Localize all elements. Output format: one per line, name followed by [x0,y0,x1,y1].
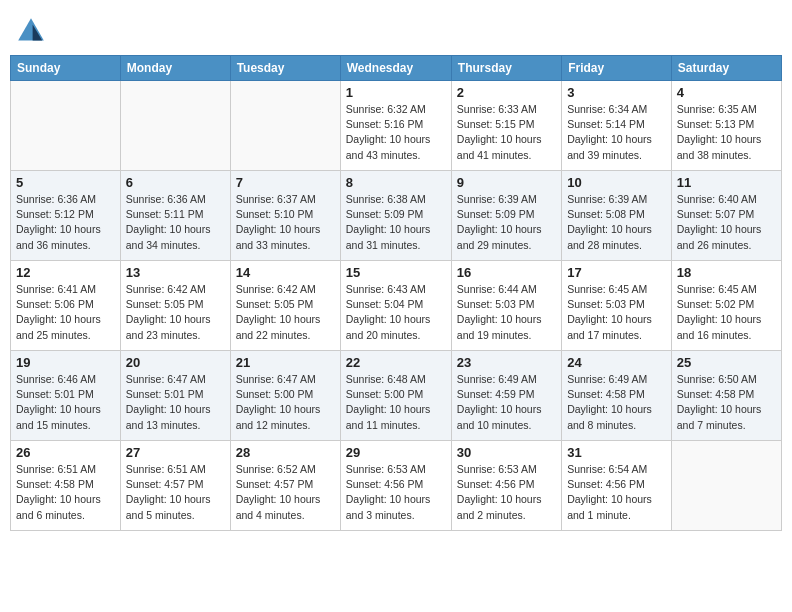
day-info: Sunrise: 6:51 AMSunset: 4:58 PMDaylight:… [16,462,115,523]
day-number: 19 [16,355,115,370]
calendar-cell: 28Sunrise: 6:52 AMSunset: 4:57 PMDayligh… [230,441,340,531]
calendar-cell: 25Sunrise: 6:50 AMSunset: 4:58 PMDayligh… [671,351,781,441]
day-info: Sunrise: 6:40 AMSunset: 5:07 PMDaylight:… [677,192,776,253]
day-info: Sunrise: 6:48 AMSunset: 5:00 PMDaylight:… [346,372,446,433]
calendar-cell: 21Sunrise: 6:47 AMSunset: 5:00 PMDayligh… [230,351,340,441]
calendar-cell: 10Sunrise: 6:39 AMSunset: 5:08 PMDayligh… [562,171,672,261]
calendar-cell: 27Sunrise: 6:51 AMSunset: 4:57 PMDayligh… [120,441,230,531]
day-header-sunday: Sunday [11,56,121,81]
calendar-cell: 2Sunrise: 6:33 AMSunset: 5:15 PMDaylight… [451,81,561,171]
day-info: Sunrise: 6:45 AMSunset: 5:03 PMDaylight:… [567,282,666,343]
calendar-cell: 15Sunrise: 6:43 AMSunset: 5:04 PMDayligh… [340,261,451,351]
day-number: 30 [457,445,556,460]
logo-icon [15,15,47,47]
day-info: Sunrise: 6:32 AMSunset: 5:16 PMDaylight:… [346,102,446,163]
day-number: 6 [126,175,225,190]
day-header-monday: Monday [120,56,230,81]
day-info: Sunrise: 6:53 AMSunset: 4:56 PMDaylight:… [346,462,446,523]
day-number: 22 [346,355,446,370]
calendar-week-2: 5Sunrise: 6:36 AMSunset: 5:12 PMDaylight… [11,171,782,261]
calendar-cell: 22Sunrise: 6:48 AMSunset: 5:00 PMDayligh… [340,351,451,441]
day-info: Sunrise: 6:42 AMSunset: 5:05 PMDaylight:… [236,282,335,343]
calendar-cell: 3Sunrise: 6:34 AMSunset: 5:14 PMDaylight… [562,81,672,171]
day-info: Sunrise: 6:39 AMSunset: 5:08 PMDaylight:… [567,192,666,253]
day-info: Sunrise: 6:50 AMSunset: 4:58 PMDaylight:… [677,372,776,433]
calendar-cell: 4Sunrise: 6:35 AMSunset: 5:13 PMDaylight… [671,81,781,171]
day-number: 3 [567,85,666,100]
calendar-week-3: 12Sunrise: 6:41 AMSunset: 5:06 PMDayligh… [11,261,782,351]
calendar-cell [671,441,781,531]
day-info: Sunrise: 6:42 AMSunset: 5:05 PMDaylight:… [126,282,225,343]
day-number: 12 [16,265,115,280]
day-number: 25 [677,355,776,370]
calendar-header-row: SundayMondayTuesdayWednesdayThursdayFrid… [11,56,782,81]
calendar-cell: 11Sunrise: 6:40 AMSunset: 5:07 PMDayligh… [671,171,781,261]
day-number: 14 [236,265,335,280]
calendar-cell: 26Sunrise: 6:51 AMSunset: 4:58 PMDayligh… [11,441,121,531]
day-number: 16 [457,265,556,280]
day-info: Sunrise: 6:41 AMSunset: 5:06 PMDaylight:… [16,282,115,343]
day-info: Sunrise: 6:36 AMSunset: 5:11 PMDaylight:… [126,192,225,253]
day-number: 23 [457,355,556,370]
day-info: Sunrise: 6:46 AMSunset: 5:01 PMDaylight:… [16,372,115,433]
day-info: Sunrise: 6:33 AMSunset: 5:15 PMDaylight:… [457,102,556,163]
day-header-friday: Friday [562,56,672,81]
calendar-cell: 8Sunrise: 6:38 AMSunset: 5:09 PMDaylight… [340,171,451,261]
day-number: 26 [16,445,115,460]
calendar-table: SundayMondayTuesdayWednesdayThursdayFrid… [10,55,782,531]
day-number: 21 [236,355,335,370]
day-info: Sunrise: 6:37 AMSunset: 5:10 PMDaylight:… [236,192,335,253]
day-number: 8 [346,175,446,190]
day-info: Sunrise: 6:54 AMSunset: 4:56 PMDaylight:… [567,462,666,523]
calendar-cell: 17Sunrise: 6:45 AMSunset: 5:03 PMDayligh… [562,261,672,351]
day-info: Sunrise: 6:47 AMSunset: 5:01 PMDaylight:… [126,372,225,433]
calendar-cell: 16Sunrise: 6:44 AMSunset: 5:03 PMDayligh… [451,261,561,351]
calendar-cell: 23Sunrise: 6:49 AMSunset: 4:59 PMDayligh… [451,351,561,441]
day-info: Sunrise: 6:38 AMSunset: 5:09 PMDaylight:… [346,192,446,253]
calendar-cell: 14Sunrise: 6:42 AMSunset: 5:05 PMDayligh… [230,261,340,351]
calendar-cell: 6Sunrise: 6:36 AMSunset: 5:11 PMDaylight… [120,171,230,261]
day-header-saturday: Saturday [671,56,781,81]
calendar-cell: 20Sunrise: 6:47 AMSunset: 5:01 PMDayligh… [120,351,230,441]
day-info: Sunrise: 6:44 AMSunset: 5:03 PMDaylight:… [457,282,556,343]
day-info: Sunrise: 6:45 AMSunset: 5:02 PMDaylight:… [677,282,776,343]
calendar-week-1: 1Sunrise: 6:32 AMSunset: 5:16 PMDaylight… [11,81,782,171]
calendar-week-5: 26Sunrise: 6:51 AMSunset: 4:58 PMDayligh… [11,441,782,531]
calendar-week-4: 19Sunrise: 6:46 AMSunset: 5:01 PMDayligh… [11,351,782,441]
page-header [10,10,782,47]
calendar-cell: 18Sunrise: 6:45 AMSunset: 5:02 PMDayligh… [671,261,781,351]
calendar-cell: 1Sunrise: 6:32 AMSunset: 5:16 PMDaylight… [340,81,451,171]
calendar-cell: 30Sunrise: 6:53 AMSunset: 4:56 PMDayligh… [451,441,561,531]
day-number: 29 [346,445,446,460]
calendar-cell: 5Sunrise: 6:36 AMSunset: 5:12 PMDaylight… [11,171,121,261]
day-info: Sunrise: 6:52 AMSunset: 4:57 PMDaylight:… [236,462,335,523]
logo [15,15,51,47]
day-number: 28 [236,445,335,460]
day-info: Sunrise: 6:35 AMSunset: 5:13 PMDaylight:… [677,102,776,163]
day-number: 9 [457,175,556,190]
calendar-cell [230,81,340,171]
day-number: 4 [677,85,776,100]
day-number: 27 [126,445,225,460]
day-info: Sunrise: 6:49 AMSunset: 4:59 PMDaylight:… [457,372,556,433]
day-number: 11 [677,175,776,190]
calendar-cell [11,81,121,171]
day-number: 20 [126,355,225,370]
day-number: 5 [16,175,115,190]
calendar-cell: 31Sunrise: 6:54 AMSunset: 4:56 PMDayligh… [562,441,672,531]
calendar-cell: 9Sunrise: 6:39 AMSunset: 5:09 PMDaylight… [451,171,561,261]
day-number: 13 [126,265,225,280]
day-number: 10 [567,175,666,190]
calendar-cell [120,81,230,171]
day-info: Sunrise: 6:47 AMSunset: 5:00 PMDaylight:… [236,372,335,433]
day-info: Sunrise: 6:34 AMSunset: 5:14 PMDaylight:… [567,102,666,163]
day-number: 18 [677,265,776,280]
calendar-cell: 13Sunrise: 6:42 AMSunset: 5:05 PMDayligh… [120,261,230,351]
day-number: 15 [346,265,446,280]
day-info: Sunrise: 6:39 AMSunset: 5:09 PMDaylight:… [457,192,556,253]
day-info: Sunrise: 6:53 AMSunset: 4:56 PMDaylight:… [457,462,556,523]
day-info: Sunrise: 6:49 AMSunset: 4:58 PMDaylight:… [567,372,666,433]
calendar-cell: 29Sunrise: 6:53 AMSunset: 4:56 PMDayligh… [340,441,451,531]
day-info: Sunrise: 6:36 AMSunset: 5:12 PMDaylight:… [16,192,115,253]
day-number: 7 [236,175,335,190]
